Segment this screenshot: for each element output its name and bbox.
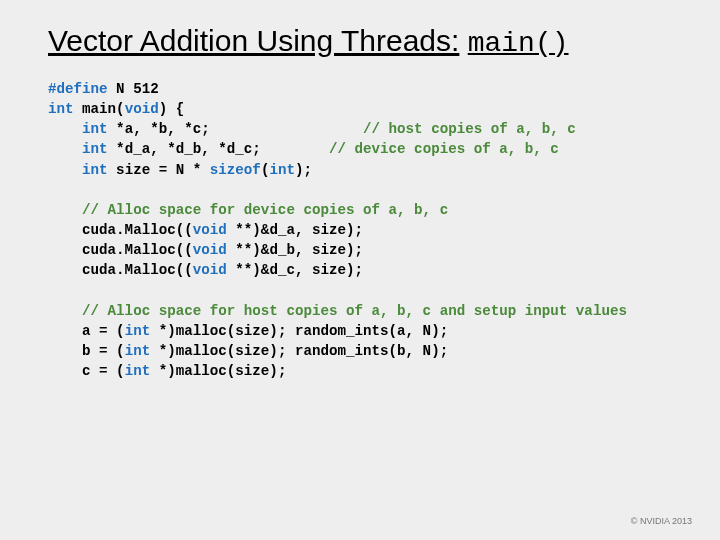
code-text: *a, *b, *c;	[108, 121, 363, 137]
kw-int: int	[48, 121, 108, 137]
comment: // device copies of a, b, c	[329, 141, 559, 157]
kw-int: int	[269, 162, 295, 178]
copyright: © NVIDIA 2013	[631, 516, 692, 526]
kw-define: #define	[48, 81, 108, 97]
code-text: **)&d_c, size);	[227, 262, 363, 278]
code-text: *)malloc(size); random_ints(a, N);	[150, 323, 448, 339]
code-text: main(	[74, 101, 125, 117]
code-text: a = (	[48, 323, 125, 339]
code-text: size = N *	[108, 162, 210, 178]
kw-int: int	[48, 101, 74, 117]
code-text: b = (	[48, 343, 125, 359]
slide: Vector Addition Using Threads: main() #d…	[0, 0, 720, 540]
kw-int: int	[125, 323, 151, 339]
code-text: **)&d_a, size);	[227, 222, 363, 238]
title-text: Vector Addition Using Threads:	[48, 24, 459, 57]
kw-int: int	[48, 162, 108, 178]
comment: // Alloc space for host copies of a, b, …	[48, 303, 627, 319]
kw-int: int	[48, 141, 108, 157]
title-code: main()	[468, 28, 569, 59]
code-text: *)malloc(size); random_ints(b, N);	[150, 343, 448, 359]
code-text: **)&d_b, size);	[227, 242, 363, 258]
kw-int: int	[125, 363, 151, 379]
code-block: #define N 512 int main(void) { int *a, *…	[48, 79, 680, 381]
kw-void: void	[193, 262, 227, 278]
kw-void: void	[193, 242, 227, 258]
code-text: c = (	[48, 363, 125, 379]
kw-sizeof: sizeof	[210, 162, 261, 178]
kw-void: void	[125, 101, 159, 117]
code-text: cuda.Malloc((	[48, 262, 193, 278]
comment: // host copies of a, b, c	[363, 121, 576, 137]
code-text: ) {	[159, 101, 185, 117]
code-text: cuda.Malloc((	[48, 242, 193, 258]
kw-int: int	[125, 343, 151, 359]
slide-title: Vector Addition Using Threads: main()	[48, 24, 680, 59]
kw-void: void	[193, 222, 227, 238]
code-text: );	[295, 162, 312, 178]
code-text: *d_a, *d_b, *d_c;	[108, 141, 329, 157]
comment: // Alloc space for device copies of a, b…	[48, 202, 448, 218]
code-text: cuda.Malloc((	[48, 222, 193, 238]
code-text: *)malloc(size);	[150, 363, 286, 379]
code-text: N 512	[108, 81, 159, 97]
